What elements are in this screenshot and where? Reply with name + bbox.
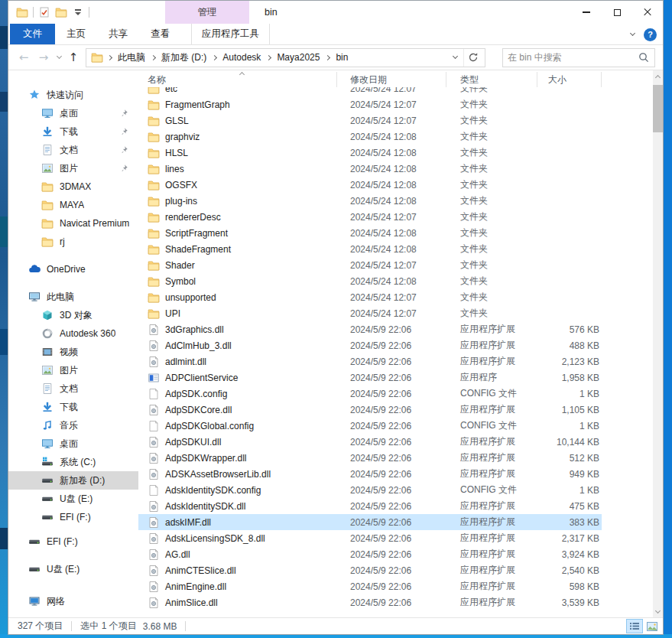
file-row[interactable]: GLSL2024/5/24 12:07文件夹	[138, 112, 602, 129]
file-row[interactable]: AnimEngine.dll2024/5/9 22:06应用程序扩展598 KB	[138, 578, 602, 594]
file-row[interactable]: AdskIdentitySDK.config2024/5/9 22:06CONF…	[138, 482, 602, 498]
new-folder-icon[interactable]	[53, 4, 70, 21]
sidebar-item-7[interactable]: Navicat Premium	[8, 214, 138, 233]
back-icon[interactable]: ←	[14, 47, 34, 67]
refresh-icon[interactable]	[463, 49, 482, 67]
scrollbar-thumb[interactable]	[653, 85, 663, 132]
file-row[interactable]: Shader2024/5/24 12:07文件夹	[138, 257, 602, 273]
sidebar-item-17[interactable]: 音乐	[8, 416, 138, 435]
file-row[interactable]: HLSL2024/5/24 12:08文件夹	[138, 145, 602, 161]
column-header-name[interactable]: 名称	[138, 72, 337, 87]
scroll-down-icon[interactable]	[653, 606, 663, 617]
tab-file[interactable]: 文件	[10, 24, 55, 44]
maximize-button[interactable]	[602, 1, 632, 24]
file-type-cell: 应用程序扩展	[446, 580, 537, 593]
minimize-button[interactable]	[571, 1, 602, 24]
sidebar-item-21[interactable]: U盘 (E:)	[8, 490, 138, 508]
sidebar-item-1[interactable]: 桌面	[8, 104, 138, 122]
file-row[interactable]: AdpSDK.config2024/5/9 22:06CONFIG 文件1 KB	[138, 386, 602, 402]
breadcrumb-item[interactable]: 此电脑	[116, 51, 147, 64]
file-row[interactable]: rendererDesc2024/5/24 12:07文件夹	[138, 209, 602, 225]
up-icon[interactable]: ↑	[64, 47, 83, 67]
thumbnails-view-button[interactable]	[644, 619, 661, 633]
file-row[interactable]: Symbol2024/5/24 12:08文件夹	[138, 273, 602, 289]
file-row[interactable]: AdpSDKWrapper.dll2024/5/9 22:06应用程序扩展512…	[138, 450, 602, 466]
file-row[interactable]: adskIMF.dll2024/5/9 22:06应用程序扩展383 KB	[138, 514, 602, 530]
sidebar-item-23[interactable]: EFI (F:)	[8, 532, 138, 551]
sidebar-item-0[interactable]: 快速访问	[8, 86, 138, 104]
file-row[interactable]: ShadeFragment2024/5/24 12:08文件夹	[138, 241, 602, 257]
column-header-date[interactable]: 修改日期	[337, 72, 446, 87]
address-bar[interactable]: 此电脑新加卷 (D:)AutodeskMaya2025bin	[86, 48, 485, 67]
close-button[interactable]	[632, 1, 663, 24]
sidebar-item-18[interactable]: 桌面	[8, 435, 138, 453]
sidebar-item-20[interactable]: 新加卷 (D:)	[8, 471, 138, 490]
file-row[interactable]: AdskLicensingSDK_8.dll2024/5/9 22:06应用程序…	[138, 530, 602, 546]
column-header-size[interactable]: 大小	[537, 72, 602, 87]
file-row[interactable]: ADPClientService2024/5/9 22:06应用程序1,958 …	[138, 369, 602, 386]
sidebar-item-14[interactable]: 图片	[8, 361, 138, 379]
tab-2[interactable]: 共享	[97, 24, 139, 44]
file-row[interactable]: AdClmHub_3.dll2024/5/9 22:06应用程序扩展488 KB	[138, 337, 602, 353]
file-row[interactable]: 3dGraphics.dll2024/5/9 22:06应用程序扩展576 KB	[138, 321, 602, 337]
sidebar-item-11[interactable]: 3D 对象	[8, 306, 138, 324]
file-row[interactable]: AdskIdentitySDK.dll2024/5/9 22:06应用程序扩展4…	[138, 498, 602, 514]
search-icon[interactable]	[638, 51, 650, 63]
breadcrumb-item[interactable]: Maya2025	[275, 52, 321, 63]
sidebar-item-15[interactable]: 文档	[8, 379, 138, 398]
details-view-button[interactable]	[626, 619, 643, 633]
sidebar-item-13[interactable]: 视频	[8, 343, 138, 361]
file-row[interactable]: adlmint.dll2024/5/9 22:06应用程序扩展2,123 KB	[138, 353, 602, 369]
tab-1[interactable]: 主页	[55, 24, 97, 44]
address-dropdown-icon[interactable]	[446, 49, 463, 67]
file-row[interactable]: OGSFX2024/5/24 12:08文件夹	[138, 177, 602, 193]
sidebar-item-22[interactable]: EFI (F:)	[8, 508, 138, 526]
file-date-cell: 2024/5/24 12:08	[337, 164, 446, 174]
sidebar-item-6[interactable]: MAYA	[8, 196, 138, 214]
sidebar-item-9[interactable]: OneDrive	[8, 260, 138, 278]
file-row[interactable]: lines2024/5/24 12:08文件夹	[138, 161, 602, 177]
sidebar-item-16[interactable]: 下载	[8, 398, 138, 416]
sidebar-item-10[interactable]: 此电脑	[8, 288, 138, 306]
qat-customize-dropdown-icon[interactable]	[70, 4, 86, 21]
file-row[interactable]: UPI2024/5/24 12:07文件夹	[138, 305, 602, 321]
sidebar-item-24[interactable]: U盘 (E:)	[8, 560, 138, 578]
sidebar-item-5[interactable]: 3DMAX	[8, 177, 138, 196]
column-header-type[interactable]: 类型	[446, 72, 537, 87]
file-row[interactable]: graphviz2024/5/24 12:08文件夹	[138, 129, 602, 145]
file-row[interactable]: etc2024/5/24 12:07文件夹	[138, 87, 602, 96]
dll-icon	[148, 356, 160, 368]
properties-checkmark-icon[interactable]	[36, 4, 53, 21]
breadcrumb-item[interactable]: 新加卷 (D:)	[160, 51, 208, 64]
file-row[interactable]: ScriptFragment2024/5/24 12:08文件夹	[138, 225, 602, 241]
sidebar-item-12[interactable]: Autodesk 360	[8, 324, 138, 343]
sidebar-item-3[interactable]: 文档	[8, 141, 138, 159]
tab-application-tools[interactable]: 应用程序工具	[191, 24, 270, 44]
file-row[interactable]: AnimSlice.dll2024/5/9 22:06应用程序扩展3,539 K…	[138, 594, 602, 610]
file-row[interactable]: plug-ins2024/5/24 12:08文件夹	[138, 193, 602, 209]
sidebar-item-4[interactable]: 图片	[8, 159, 138, 177]
file-row[interactable]: AdpSDKGlobal.config2024/5/9 22:06CONFIG …	[138, 418, 602, 434]
window-folder-icon[interactable]	[14, 4, 31, 21]
file-row[interactable]: AnimCTESlice.dll2024/5/9 22:06应用程序扩展2,54…	[138, 562, 602, 578]
tab-3[interactable]: 查看	[139, 24, 181, 44]
help-button[interactable]: ?	[644, 28, 657, 41]
file-row[interactable]: AdpSDKCore.dll2024/5/9 22:06应用程序扩展1,105 …	[138, 402, 602, 418]
scroll-up-icon[interactable]	[653, 70, 663, 82]
ribbon-collapse-icon[interactable]	[630, 31, 635, 36]
breadcrumb-item[interactable]: bin	[334, 52, 349, 63]
file-row[interactable]: ADSKAssetBrowserLib.dll2024/5/9 22:06应用程…	[138, 466, 602, 482]
file-row[interactable]: FragmentGraph2024/5/24 12:07文件夹	[138, 96, 602, 112]
search-input[interactable]	[508, 52, 638, 63]
sidebar-item-25[interactable]: 网络	[8, 592, 138, 610]
history-dropdown-icon[interactable]	[54, 57, 64, 58]
sidebar-item-19[interactable]: 系统 (C:)	[8, 453, 138, 471]
forward-icon[interactable]: →	[34, 47, 54, 67]
file-row[interactable]: AdpSDKUI.dll2024/5/9 22:06应用程序扩展10,144 K…	[138, 434, 602, 450]
sidebar-item-8[interactable]: rj	[8, 233, 138, 251]
vertical-scrollbar[interactable]	[653, 70, 663, 617]
sidebar-item-2[interactable]: 下载	[8, 122, 138, 141]
breadcrumb-item[interactable]: Autodesk	[221, 52, 262, 63]
file-row[interactable]: AG.dll2024/5/9 22:06应用程序扩展3,924 KB	[138, 546, 602, 562]
file-row[interactable]: unsupported2024/5/24 12:07文件夹	[138, 289, 602, 305]
